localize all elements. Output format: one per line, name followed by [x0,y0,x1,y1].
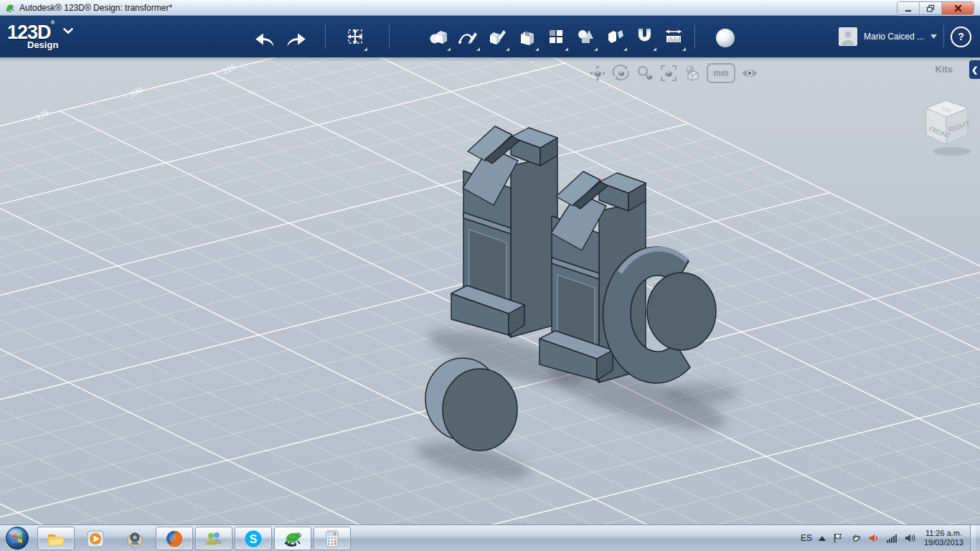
minimize-button[interactable] [897,2,920,14]
show-desktop-button[interactable] [970,525,976,551]
taskbar-boxed-utility[interactable] [116,527,154,550]
app-menu-chevron-icon[interactable] [63,28,73,34]
language-indicator[interactable]: ES [801,533,812,543]
brand-logo[interactable]: 123D® Design [7,19,58,50]
eye-icon [740,64,759,83]
restore-icon [925,4,936,13]
modeling-tools-group [426,22,686,51]
user-name[interactable]: Mario Caiced ... [864,32,924,42]
taskbar-windows-media-player[interactable] [77,527,114,550]
window-controls [897,1,974,15]
units-button[interactable]: mm [707,63,735,83]
app-toolbar: 123D® Design [0,16,980,57]
fit-view-button[interactable] [659,64,678,83]
transform-tool-button[interactable] [343,22,367,51]
system-tray: ES 11:2 [801,525,976,551]
show-hidden-icons-caret[interactable] [819,536,826,541]
folder-explorer-icon [45,529,67,549]
fit-view-icon [659,64,678,83]
view-cube[interactable]: TOP FRONT RIGHT [919,97,976,159]
kits-panel-label[interactable]: Kits [935,64,953,75]
zoom-button[interactable] [636,64,654,83]
volume-speaker-icon[interactable] [904,532,916,544]
redo-button[interactable] [284,24,308,53]
visibility-button[interactable] [740,64,759,83]
remove-hardware-plug-icon[interactable] [850,532,862,544]
clock-date: 19/03/2013 [924,538,963,547]
network-signal-icon[interactable] [886,532,897,544]
sketch-tool-button[interactable] [456,22,480,51]
app-window-icon [5,3,15,13]
display-settings-icon [683,64,702,83]
grouping-tool-button[interactable] [603,22,627,51]
taskbar-123d-design[interactable] [274,527,311,550]
svg-text:0: 0 [334,532,336,536]
zoom-icon [636,64,654,83]
primitives-icon [427,25,450,48]
123d-design-icon [281,529,304,549]
combine-icon [574,25,597,48]
orbit-button[interactable] [612,64,631,83]
user-avatar[interactable] [839,27,857,46]
window-title-bar[interactable]: Autodesk® 123D® Design: transformer* [0,0,980,16]
taskbar-skype[interactable]: S [235,527,272,550]
windows-taskbar: S 0 [0,524,980,551]
transform-group [343,22,367,51]
pattern-icon [545,25,567,48]
clamp-pin-cylinder[interactable] [647,273,716,350]
toolbar-separator [389,24,390,49]
view-navigation-bar: mm [588,63,759,83]
skype-icon: S [242,529,264,549]
pan-icon [588,64,607,83]
history-group [253,24,308,53]
audio-manager-speaker-icon[interactable] [868,532,880,544]
taskbar-windows-explorer[interactable] [37,527,75,550]
snap-tool-button[interactable] [632,22,656,51]
windows-start-icon [5,526,29,550]
action-center-flag-icon[interactable] [832,532,844,544]
display-settings-button[interactable] [683,64,702,83]
taskbar-messenger[interactable] [195,527,232,550]
firefox-icon [164,529,185,549]
material-ball-button[interactable] [716,29,735,47]
model-c-clamp[interactable] [603,247,716,383]
messenger-buddies-icon [203,529,225,549]
svg-text:S: S [250,532,258,545]
close-button[interactable] [942,2,974,14]
measure-ruler-icon [662,25,685,48]
calculator-icon: 0 [321,529,343,549]
pan-button[interactable] [588,64,607,83]
construct-tool-button[interactable] [485,22,509,51]
toolbar-separator [694,24,695,49]
undo-button[interactable] [253,24,277,53]
kits-panel-collapse-tab[interactable]: ❮ [969,60,980,79]
modify-tool-button[interactable] [514,22,539,51]
taskbar-calculator[interactable]: 0 [314,527,351,550]
taskbar-clock[interactable]: 11:26 a.m. 19/03/2013 [924,529,963,547]
window-title: Autodesk® 123D® Design: transformer* [19,3,172,13]
start-button[interactable] [2,526,32,550]
clock-time: 11:26 a.m. [924,529,963,538]
grouping-icon [603,25,626,48]
scene [0,57,980,524]
modeling-viewport[interactable]: 175 200 225 [0,57,980,524]
primitives-tool-button[interactable] [426,22,451,51]
chevron-left-icon: ❮ [971,65,978,75]
person-icon [839,27,857,46]
media-player-icon [85,529,106,549]
transform-move-icon [344,25,367,48]
user-menu-caret-icon[interactable] [930,34,937,39]
pattern-tool-button[interactable] [544,22,568,51]
sketch-icon [456,25,479,48]
brand-product: Design [27,39,58,50]
taskbar-buttons: S 0 [37,526,351,551]
snap-magnet-icon [633,25,656,48]
help-button[interactable]: ? [951,27,971,47]
restore-button[interactable] [920,2,942,14]
undo-icon [253,28,277,50]
combine-tool-button[interactable] [573,22,598,51]
taskbar-firefox[interactable] [156,527,193,550]
close-icon [953,4,963,13]
measure-tool-button[interactable] [661,22,686,51]
model-left-leg[interactable] [451,126,557,337]
